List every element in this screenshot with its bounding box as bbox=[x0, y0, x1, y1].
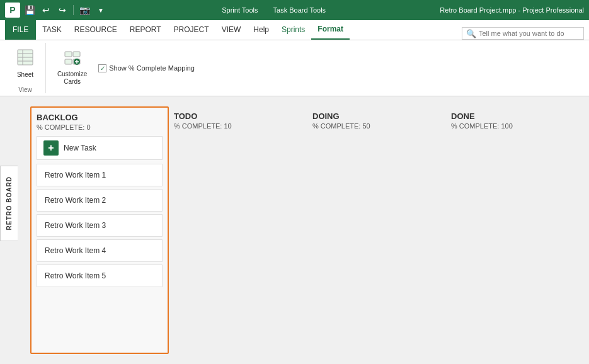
backlog-header: Backlog % COMPLETE: 0 bbox=[37, 113, 163, 131]
customize-cards-label: CustomizeCards bbox=[57, 71, 87, 86]
doing-title: DOING bbox=[312, 111, 441, 121]
todo-subtitle: % COMPLETE: 10 bbox=[174, 122, 302, 130]
doing-column: DOING % COMPLETE: 50 bbox=[307, 106, 446, 354]
doing-subtitle: % COMPLETE: 50 bbox=[312, 122, 441, 130]
new-task-button[interactable]: + New Task bbox=[37, 136, 163, 160]
app-title: Retro Board Project.mpp - Project Profes… bbox=[440, 6, 584, 14]
view-group: Sheet View bbox=[5, 43, 46, 93]
todo-header: TODO % COMPLETE: 10 bbox=[174, 111, 302, 130]
new-task-plus-icon: + bbox=[43, 140, 59, 156]
task-card[interactable]: Retro Work Item 3 bbox=[37, 214, 163, 237]
sprint-tools-tab[interactable]: Sprint Tools bbox=[214, 0, 265, 20]
redo-button[interactable]: ↪ bbox=[55, 3, 69, 17]
title-bar-left: P 💾 ↩ ↪ 📷 ▼ bbox=[5, 3, 108, 18]
sheet-button[interactable]: Sheet bbox=[13, 46, 38, 81]
done-header: DONE % COMPLETE: 100 bbox=[451, 111, 580, 130]
ribbon: FILE TASK RESOURCE REPORT PROJECT VIEW H… bbox=[0, 20, 589, 96]
todo-column: TODO % COMPLETE: 10 bbox=[169, 106, 307, 354]
title-bar-center: Sprint Tools Task Board Tools bbox=[110, 0, 437, 20]
tab-project[interactable]: PROJECT bbox=[168, 20, 215, 40]
main-area: RETRO BOARD Backlog % COMPLETE: 0 + New … bbox=[0, 96, 589, 364]
undo-button[interactable]: ↩ bbox=[39, 3, 53, 17]
tab-task[interactable]: TASK bbox=[36, 20, 67, 40]
customize-cards-button[interactable]: CustomizeCards bbox=[54, 48, 91, 88]
title-bar-right: Retro Board Project.mpp - Project Profes… bbox=[440, 6, 584, 14]
search-icon: 🔍 bbox=[466, 29, 476, 38]
ribbon-tabs: FILE TASK RESOURCE REPORT PROJECT VIEW H… bbox=[0, 20, 589, 40]
ribbon-content: Sheet View bbox=[0, 40, 589, 96]
ribbon-search-area: 🔍 bbox=[462, 27, 584, 40]
view-group-label: View bbox=[13, 84, 38, 93]
checkbox-show-complete: ✓ bbox=[98, 64, 106, 72]
new-task-label: New Task bbox=[64, 144, 96, 152]
sheet-icon bbox=[16, 48, 34, 70]
tab-report[interactable]: REPORT bbox=[123, 20, 168, 40]
backlog-title: Backlog bbox=[37, 113, 163, 122]
search-box: 🔍 bbox=[462, 27, 584, 40]
board-area: Backlog % COMPLETE: 0 + New Task Retro W… bbox=[20, 96, 589, 364]
task-card[interactable]: Retro Work Item 1 bbox=[37, 164, 163, 186]
side-tab-label: RETRO BOARD bbox=[6, 176, 13, 230]
svg-rect-5 bbox=[65, 52, 72, 57]
task-card[interactable]: Retro Work Item 5 bbox=[37, 264, 163, 287]
tab-resource[interactable]: RESOURCE bbox=[68, 20, 123, 40]
view-group-items: Sheet bbox=[13, 43, 38, 84]
task-card[interactable]: Retro Work Item 2 bbox=[37, 189, 163, 212]
backlog-column: Backlog % COMPLETE: 0 + New Task Retro W… bbox=[30, 106, 169, 354]
tab-file[interactable]: FILE bbox=[5, 20, 36, 40]
done-column: DONE % COMPLETE: 100 bbox=[446, 106, 585, 354]
task-board-tools-tab[interactable]: Task Board Tools bbox=[266, 0, 334, 20]
show-complete-mapping-button[interactable]: ✓ Show % Complete Mapping bbox=[96, 63, 197, 74]
separator bbox=[73, 5, 74, 15]
task-card[interactable]: Retro Work Item 4 bbox=[37, 239, 163, 262]
tab-view[interactable]: VIEW bbox=[215, 20, 248, 40]
customize-cards-icon bbox=[64, 50, 81, 69]
retro-board-side-tab[interactable]: RETRO BOARD bbox=[0, 166, 18, 241]
save-button[interactable]: 💾 bbox=[23, 3, 37, 17]
camera-button[interactable]: 📷 bbox=[77, 3, 91, 17]
backlog-subtitle: % COMPLETE: 0 bbox=[37, 123, 163, 131]
done-subtitle: % COMPLETE: 100 bbox=[451, 122, 580, 130]
svg-rect-6 bbox=[73, 52, 80, 57]
todo-title: TODO bbox=[174, 111, 302, 121]
tab-help[interactable]: Help bbox=[247, 20, 275, 40]
customize-group: CustomizeCards ✓ Show % Complete Mapping… bbox=[46, 43, 205, 93]
app-icon: P bbox=[5, 3, 20, 18]
tab-sprints[interactable]: Sprints bbox=[275, 20, 311, 40]
title-bar: P 💾 ↩ ↪ 📷 ▼ Sprint Tools Task Board Tool… bbox=[0, 0, 589, 20]
svg-rect-7 bbox=[65, 59, 72, 64]
search-input[interactable] bbox=[479, 30, 580, 37]
sheet-label: Sheet bbox=[17, 71, 33, 78]
show-complete-label: Show % Complete Mapping bbox=[109, 64, 195, 72]
doing-header: DOING % COMPLETE: 50 bbox=[312, 111, 441, 130]
quick-access-dropdown[interactable]: ▼ bbox=[94, 3, 108, 17]
done-title: DONE bbox=[451, 111, 580, 121]
tab-format[interactable]: Format bbox=[311, 20, 350, 40]
